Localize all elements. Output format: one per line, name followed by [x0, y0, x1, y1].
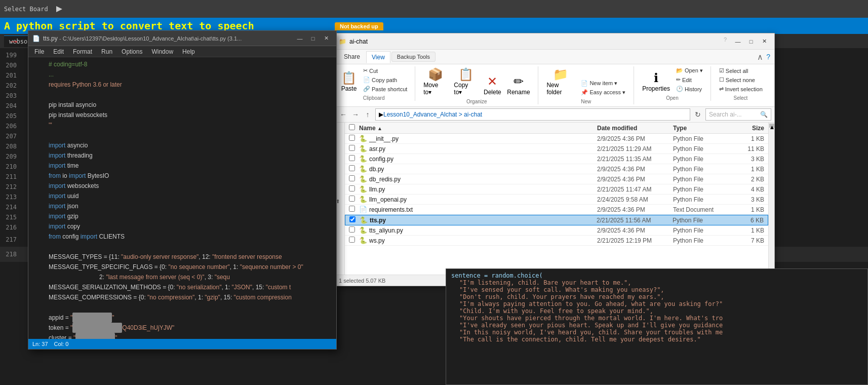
history-button[interactable]: 🕐 History: [674, 85, 705, 93]
scrollbar[interactable]: ▲ ▼: [768, 123, 774, 275]
col-header-size[interactable]: Size: [734, 125, 764, 132]
table-row[interactable]: 🐍tts_aliyun.py 2/9/2025 4:36 PM Python F…: [345, 225, 768, 236]
terminal-line: "I'm listening, child. Bare your heart t…: [459, 279, 862, 286]
select-none-button[interactable]: ☐ Select none: [717, 75, 765, 84]
menu-format[interactable]: Format: [69, 47, 96, 56]
fe-help-icon[interactable]: ?: [724, 36, 727, 47]
menu-options[interactable]: Options: [117, 47, 146, 56]
fe-minimize-button[interactable]: —: [732, 36, 744, 47]
up-button[interactable]: ↑: [362, 109, 373, 120]
paste-button[interactable]: 📋 Paste: [339, 70, 359, 93]
py-icon: 🐍: [359, 155, 367, 163]
properties-button[interactable]: ℹ Properties: [640, 70, 672, 93]
table-row[interactable]: 🐍tts.py 2/21/2025 11:56 AM Python File 6…: [345, 215, 768, 225]
copy-path-label: Copy path: [372, 77, 397, 83]
move-to-button[interactable]: 📦 Move to▾: [421, 66, 450, 97]
py-icon: 🐍: [359, 145, 367, 152]
top-toolbar: Select Board: [0, 0, 868, 18]
copy-path-button[interactable]: 📄 Copy path: [361, 75, 409, 84]
table-row[interactable]: 🐍config.py 2/21/2025 11:35 AM Python Fil…: [345, 154, 768, 164]
invert-selection-button[interactable]: ⇌ Invert selection: [717, 85, 765, 93]
history-icon: 🕐: [676, 86, 683, 92]
terminal-line: "I've already seen your pious heart. Spe…: [459, 322, 862, 329]
menu-window[interactable]: Window: [147, 47, 177, 56]
menu-file[interactable]: File: [30, 47, 48, 56]
tts-minimize-button[interactable]: —: [294, 34, 306, 43]
fe-ribbon[interactable]: Share View Backup Tools ∧ ? 📋 Paste ✂ Cu…: [335, 50, 774, 107]
file-explorer-window[interactable]: Not backed up 📁 ai-chat ? — □ ✕ Share Vi…: [334, 33, 775, 286]
fe-content: ⬆ Name ▲ Date modified Type Size 🐍__init…: [335, 123, 774, 275]
new-item-label: New item ▾: [589, 80, 617, 87]
table-row[interactable]: 🐍db.py 2/9/2025 4:36 PM Python File 1 KB: [345, 164, 768, 174]
ribbon-tab-view[interactable]: View: [366, 51, 390, 63]
search-icon[interactable]: 🔍: [760, 111, 768, 118]
copy-to-button[interactable]: 📋 Copy to▾: [452, 66, 480, 97]
table-row[interactable]: 📄requirements.txt 2/9/2025 4:36 PM Text …: [345, 205, 768, 215]
tts-menubar[interactable]: File Edit Format Run Options Window Help: [28, 46, 336, 57]
py-icon: 🐍: [359, 226, 367, 234]
tts-maximize-button[interactable]: □: [307, 34, 319, 43]
new-folder-label: New folder: [546, 82, 575, 96]
fe-addressbar[interactable]: ← → ↑ ▶ Lesson10_Advance_Alchat > ai-cha…: [335, 107, 774, 123]
table-row[interactable]: 🐍asr.py 2/21/2025 11:29 AM Python File 1…: [345, 144, 768, 154]
fe-title-text: ai-chat: [349, 38, 368, 45]
ribbon-tab-backup[interactable]: Backup Tools: [391, 52, 436, 62]
ribbon-tab-share[interactable]: Share: [339, 51, 365, 62]
fe-folder-icon: 📁: [339, 38, 346, 45]
delete-button[interactable]: ✕ Delete: [482, 73, 503, 97]
table-row[interactable]: 🐍db_redis.py 2/9/2025 4:36 PM Python Fil…: [345, 174, 768, 184]
properties-icon: ℹ: [654, 71, 658, 85]
new-item-button[interactable]: 📄 New item ▾: [579, 79, 627, 88]
clipboard-label: Clipboard: [339, 95, 409, 101]
col-header-name[interactable]: Name ▲: [359, 125, 597, 132]
col-header-date[interactable]: Date modified: [597, 125, 673, 132]
forward-button[interactable]: →: [350, 109, 361, 120]
table-row[interactable]: 🐍__init__.py 2/9/2025 4:36 PM Python Fil…: [345, 134, 768, 144]
table-row[interactable]: 🐍llm_openai.py 2/24/2025 9:58 AM Python …: [345, 195, 768, 205]
tts-checkbox[interactable]: [349, 216, 356, 222]
paste-shortcut-button[interactable]: 🔗 Paste shortcut: [361, 85, 409, 93]
move-to-label: Move to▾: [423, 82, 448, 96]
address-path[interactable]: ▶ Lesson10_Advance_Alchat > ai-chat: [375, 108, 690, 121]
back-button[interactable]: ←: [338, 109, 349, 120]
fe-maximize-button[interactable]: □: [745, 36, 757, 47]
toolbar-text: Select Board: [4, 6, 48, 13]
tts-code-area[interactable]: # coding=utf-8 ... requires Python 3.6 o…: [28, 57, 336, 339]
cut-icon: ✂: [363, 67, 368, 74]
easy-access-button[interactable]: 📌 Easy access ▾: [579, 88, 627, 97]
col-header-type[interactable]: Type: [673, 125, 734, 132]
refresh-button[interactable]: ↻: [692, 109, 703, 120]
rename-button[interactable]: ✏ Rename: [505, 73, 532, 97]
ribbon-collapse-icon[interactable]: ∧: [757, 52, 763, 62]
select-all-checkbox[interactable]: [349, 124, 355, 130]
select-all-button[interactable]: ☑ Select all: [717, 66, 765, 75]
table-row[interactable]: 🐍llm.py 2/21/2025 11:47 AM Python File 4…: [345, 184, 768, 195]
new-folder-button[interactable]: 📁 New folder: [544, 66, 577, 97]
fe-file-list[interactable]: Name ▲ Date modified Type Size 🐍__init__…: [345, 123, 768, 275]
organize-label: Organize: [421, 99, 532, 104]
menu-run[interactable]: Run: [97, 47, 116, 56]
tts-win-controls[interactable]: — □ ✕: [294, 34, 332, 43]
open-button[interactable]: 📂 Open ▾: [674, 66, 705, 75]
menu-edit[interactable]: Edit: [49, 47, 68, 56]
tts-editor-window[interactable]: 📄 tts.py - C:\Users\12397\Desktop\Lesson…: [28, 30, 337, 350]
fe-close-button[interactable]: ✕: [758, 36, 770, 47]
select-label: Select: [717, 95, 764, 101]
new-item-icon: 📄: [581, 80, 588, 87]
delete-label: Delete: [484, 89, 501, 96]
scroll-up-arrow[interactable]: ▲: [769, 124, 774, 128]
table-row[interactable]: 🐍ws.py 2/21/2025 12:19 PM Python File 7 …: [345, 236, 768, 246]
rename-label: Rename: [507, 89, 530, 96]
cut-button[interactable]: ✂ Cut: [361, 66, 409, 75]
terminal-panel[interactable]: sentence = random.choice( "I'm listening…: [446, 268, 868, 385]
terminal-line: "I'm always paying attention to you. Go …: [459, 300, 862, 307]
menu-help[interactable]: Help: [178, 47, 199, 56]
easy-access-icon: 📌: [581, 89, 588, 96]
ribbon-help-icon[interactable]: ?: [766, 53, 770, 61]
cut-label: Cut: [369, 68, 378, 74]
tts-close-button[interactable]: ✕: [320, 34, 332, 43]
search-box[interactable]: Search ai-... 🔍: [705, 108, 771, 121]
edit-button[interactable]: ✏ Edit: [674, 75, 705, 84]
fe-ribbon-tabs[interactable]: Share View Backup Tools ∧ ?: [335, 50, 774, 64]
fe-win-controls[interactable]: ? — □ ✕: [724, 36, 770, 47]
